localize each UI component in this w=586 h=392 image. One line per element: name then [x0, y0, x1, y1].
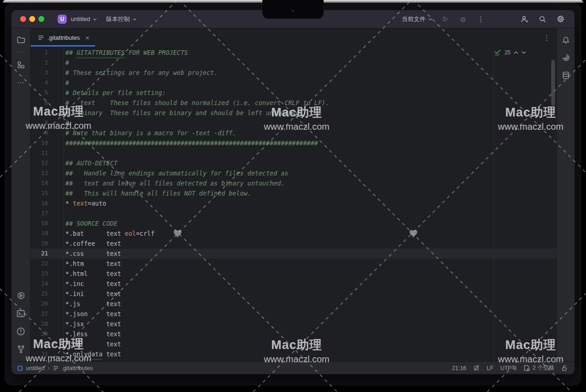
code-text[interactable]: # — [54, 58, 69, 68]
code-line[interactable]: 15## This will handle all files NOT defi… — [31, 188, 556, 198]
file-lock-widget[interactable] — [561, 365, 568, 371]
more-tool-windows-button[interactable]: ⋯ — [14, 76, 28, 90]
code-line[interactable]: 17 — [31, 208, 556, 218]
code-text[interactable]: ## Handle line endings automatically for… — [54, 168, 288, 178]
line-number[interactable]: 24 — [31, 279, 54, 289]
vertical-scrollbar-thumb[interactable] — [551, 60, 555, 106]
inspections-widget[interactable]: 25 — [494, 49, 526, 56]
code-line[interactable]: 16* text=auto — [31, 198, 556, 208]
terminal-tool-button[interactable] — [14, 307, 28, 320]
code-line[interactable]: 19*.bat text eol=crlf — [31, 228, 556, 238]
editor[interactable]: 1## GITATTRIBUTES FOR WEB PROJECTS2#3# T… — [31, 47, 556, 361]
run-button[interactable] — [440, 14, 450, 24]
code-line[interactable]: 6# text These files should be normalized… — [31, 98, 556, 108]
code-line[interactable]: 5# Details per file setting: — [31, 88, 556, 98]
breadcrumb-file[interactable]: .gitattributes — [62, 365, 93, 371]
breadcrumb-project[interactable]: untitled — [26, 365, 44, 371]
code-line[interactable]: 13## Handle line endings automatically f… — [31, 168, 556, 178]
code-text[interactable]: *.coffee text — [54, 238, 121, 249]
line-number[interactable]: 13 — [31, 168, 54, 178]
code-text[interactable]: # — [54, 118, 69, 128]
code-line[interactable]: 11 — [31, 148, 556, 158]
line-number[interactable]: 29 — [31, 329, 54, 339]
structure-tool-button[interactable] — [14, 58, 28, 72]
line-number[interactable]: 8 — [31, 118, 54, 128]
cursor-position-widget[interactable]: 21:16 — [452, 365, 466, 371]
code-text[interactable]: *.jsx text — [54, 319, 121, 329]
code-line[interactable]: 31*.onlydata text — [31, 349, 556, 359]
line-number[interactable]: 16 — [31, 198, 54, 208]
line-number[interactable]: 22 — [31, 259, 54, 269]
code-text[interactable]: # text These files should be normalized … — [54, 98, 329, 108]
line-number[interactable]: 18 — [31, 218, 54, 228]
more-actions-button[interactable]: ⋮ — [476, 14, 486, 24]
code-line[interactable]: 3# These settings are for any web projec… — [31, 68, 556, 78]
version-control-tool-button[interactable] — [14, 342, 28, 356]
debug-button[interactable] — [458, 14, 468, 24]
line-number[interactable]: 21 — [31, 249, 54, 259]
line-number[interactable]: 3 — [31, 68, 54, 78]
code-line[interactable]: 8# — [31, 118, 556, 128]
code-line[interactable]: 27*.json text — [31, 309, 556, 319]
code-text[interactable]: ## This will handle all files NOT define… — [54, 188, 251, 198]
chevron-down-icon[interactable] — [522, 51, 526, 54]
code-text[interactable]: *.onlydata text — [54, 349, 121, 359]
code-text[interactable]: *.od text — [54, 339, 121, 349]
code-line[interactable]: 24*.inc text — [31, 279, 556, 289]
line-number[interactable]: 9 — [31, 128, 54, 138]
code-line[interactable]: 2# — [31, 58, 556, 68]
code-text[interactable]: *.less text — [54, 329, 121, 339]
breadcrumb[interactable]: untitled › .gitattributes — [17, 365, 93, 371]
code-line[interactable]: 28*.jsx text — [31, 319, 556, 329]
code-text[interactable]: *.ini text — [54, 289, 121, 299]
line-number[interactable]: 30 — [31, 339, 54, 349]
vcs-widget[interactable]: 版本控制 — [106, 15, 137, 23]
encoding-widget[interactable]: UTF-8 — [501, 365, 517, 371]
line-number[interactable]: 25 — [31, 289, 54, 299]
code-line[interactable]: 9# Note that binary is a macro for -text… — [31, 128, 556, 138]
line-number[interactable]: 26 — [31, 299, 54, 309]
code-text[interactable]: *.js text — [54, 299, 121, 309]
tab-options-button[interactable]: ⋮ — [542, 32, 552, 42]
tab-gitattributes[interactable]: .gitattributes × — [31, 28, 95, 47]
line-separator-widget[interactable]: LF — [487, 365, 494, 371]
search-everywhere-button[interactable] — [538, 14, 548, 24]
code-line[interactable]: 12## AUTO-DETECT — [31, 158, 556, 168]
database-button[interactable] — [559, 69, 573, 82]
highlighting-level-widget[interactable] — [473, 365, 480, 371]
notifications-button[interactable] — [559, 33, 573, 47]
line-number[interactable]: 27 — [31, 309, 54, 319]
line-number[interactable]: 17 — [31, 208, 54, 218]
close-window-button[interactable] — [20, 16, 26, 22]
code-text[interactable]: ## text and leave all files detected as … — [54, 178, 285, 188]
run-configuration-selector[interactable]: 当前文件 — [402, 15, 432, 23]
code-line[interactable]: 25*.ini text — [31, 289, 556, 299]
minimize-window-button[interactable] — [29, 16, 35, 22]
project-tool-button[interactable] — [14, 33, 28, 47]
code-line[interactable]: 23*.html text — [31, 269, 556, 279]
code-text[interactable]: ## GITATTRIBUTES FOR WEB PROJECTS — [54, 48, 188, 58]
code-text[interactable]: *.html text — [54, 269, 121, 279]
code-text[interactable]: *.bat text eol=crlf — [54, 228, 154, 238]
line-number[interactable]: 12 — [31, 158, 54, 168]
code-line[interactable]: 1## GITATTRIBUTES FOR WEB PROJECTS — [31, 48, 556, 58]
line-number[interactable]: 7 — [31, 108, 54, 118]
project-widget[interactable]: untitled — [71, 16, 97, 22]
chevron-up-icon[interactable] — [514, 51, 518, 54]
line-number[interactable]: 6 — [31, 98, 54, 108]
code-text[interactable]: *.htm text — [54, 259, 121, 269]
indent-widget[interactable]: 2 个空格 — [523, 364, 554, 372]
settings-button[interactable] — [555, 14, 565, 24]
line-number[interactable]: 23 — [31, 269, 54, 279]
code-text[interactable]: *.inc text — [54, 279, 121, 289]
code-text[interactable]: # Details per file setting: — [54, 88, 165, 98]
code-text[interactable]: # Note that binary is a macro for -text … — [54, 128, 236, 138]
code-line[interactable]: 7# binary These files are binary and sho… — [31, 108, 556, 118]
problems-tool-button[interactable] — [14, 324, 28, 338]
line-number[interactable]: 5 — [31, 88, 54, 98]
code-text[interactable]: *.json text — [54, 309, 121, 319]
code-line[interactable]: 14## text and leave all files detected a… — [31, 178, 556, 188]
code-line[interactable]: 18## SOURCE CODE — [31, 218, 556, 228]
code-line[interactable]: 4# — [31, 78, 556, 88]
close-icon[interactable]: × — [85, 34, 90, 41]
